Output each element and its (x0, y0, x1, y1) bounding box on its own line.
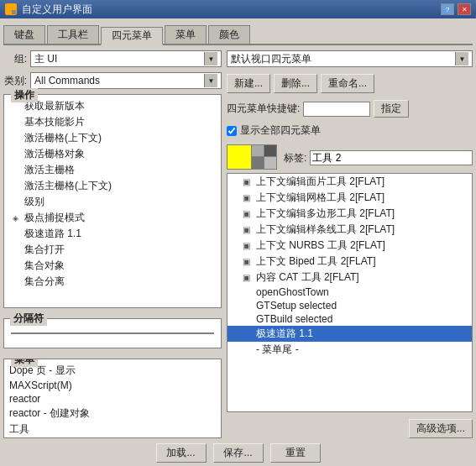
color-swatch-yellow[interactable] (227, 144, 252, 170)
list-item[interactable]: 激活主栅格 (4, 162, 221, 178)
new-button[interactable]: 新建... (227, 74, 270, 93)
app-icon (5, 3, 17, 15)
help-button[interactable]: ? (441, 3, 454, 15)
color-swatch-3[interactable] (252, 157, 264, 170)
color-row-1 (252, 144, 277, 157)
tab-quadmenu[interactable]: 四元菜单 (101, 27, 163, 45)
tag-row: 标签: (284, 150, 473, 165)
right-list-item[interactable]: ▣内容 CAT 工具 2[FLAT] (228, 270, 472, 285)
group-dropdown[interactable]: 主 UI ▼ (30, 50, 222, 67)
operations-list: 获取最新版本 基本技能影片 激活栅格(上下文) 激活栅格对象 激活主栅格 激活主… (4, 95, 221, 307)
show-all-label: 显示全部四元菜单 (240, 123, 321, 138)
list-item[interactable]: 集合分离 (4, 274, 221, 290)
svg-rect-0 (6, 4, 10, 8)
tag-label: 标签: (284, 151, 306, 165)
save-button[interactable]: 保存... (213, 443, 264, 463)
category-label: 类别: (3, 74, 27, 88)
tab-keyboard[interactable]: 键盘 (3, 25, 45, 44)
title-bar-left: 自定义用户界面 (5, 3, 92, 17)
main-content: 组: 主 UI ▼ 类别: All Commands ▼ 操作 (3, 50, 473, 438)
close-button[interactable]: ✕ (458, 3, 471, 15)
right-list-item[interactable]: ▣上下文 Biped 工具 2[FLAT] (228, 254, 472, 270)
item-prefix-icon: ▣ (243, 273, 254, 282)
group-dropdown-arrow: ▼ (204, 52, 217, 65)
load-button[interactable]: 加载... (156, 443, 207, 463)
reset-button[interactable]: 重置 (270, 443, 321, 463)
list-item[interactable]: ◈极点捕捉模式 (4, 210, 221, 226)
quadmenu-list: ▣上下文编辑面片工具 2[FLAT] ▣上下文编辑网格工具 2[FLAT] ▣上… (227, 173, 473, 412)
color-col-right (252, 144, 277, 170)
advanced-button[interactable]: 高级选项... (409, 419, 473, 438)
right-list-item[interactable]: ▣上下文 NURBS 工具 2[FLAT] (228, 238, 472, 254)
color-swatch-4[interactable] (264, 157, 277, 170)
hotkey-input[interactable] (303, 102, 370, 117)
rename-button[interactable]: 重命名... (321, 74, 374, 93)
right-list-item[interactable]: GTSetup selected (228, 299, 472, 312)
tab-bar: 键盘 工具栏 四元菜单 菜单 颜色 (3, 22, 473, 45)
footer-buttons: 加载... 保存... 重置 (3, 443, 473, 463)
right-list-item[interactable]: ▣上下文编辑网格工具 2[FLAT] (228, 190, 472, 206)
delete-button[interactable]: 删除... (274, 74, 317, 93)
item-prefix-icon: ▣ (243, 225, 254, 234)
item-icon (9, 133, 21, 144)
tab-menu[interactable]: 菜单 (165, 25, 207, 44)
right-list-item[interactable]: ▣上下文编辑样条线工具 2[FLAT] (228, 222, 472, 238)
item-icon (9, 181, 21, 192)
item-icon (9, 244, 21, 256)
svg-rect-2 (6, 10, 10, 14)
hotkey-row: 四元菜单快捷键: 指定 (227, 100, 473, 118)
window-body: 键盘 工具栏 四元菜单 菜单 颜色 组: 主 UI ▼ 类别: All Comm… (0, 18, 476, 466)
item-prefix-icon: ▣ (243, 177, 254, 186)
quadmenu-dropdown-arrow: ▼ (455, 52, 468, 65)
list-item[interactable]: 极速道路 1.1 (4, 226, 221, 242)
list-item[interactable]: 激活栅格(上下文) (4, 130, 221, 146)
right-list-item-selected[interactable]: 极速道路 1.1 (228, 326, 472, 342)
menu-list-item[interactable]: MAXScript(M) (4, 379, 221, 392)
operations-title: 操作 (11, 88, 38, 102)
hotkey-label: 四元菜单快捷键: (227, 102, 300, 116)
item-icon (9, 196, 21, 208)
group-dropdown-value: 主 UI (34, 52, 204, 66)
right-list-item[interactable]: - 菜单尾 - (228, 342, 472, 358)
list-item[interactable]: 集合对象 (4, 258, 221, 274)
menu-list-item[interactable]: reactor (4, 392, 221, 406)
list-item[interactable]: 集合打开 (4, 242, 221, 258)
menu-title: 菜单 (11, 359, 38, 367)
action-buttons: 新建... 删除... 重命名... (227, 74, 473, 93)
right-panel: 默认视口四元菜单 ▼ 新建... 删除... 重命名... 四元菜单快捷键: 指… (227, 50, 473, 438)
window-title: 自定义用户界面 (22, 3, 92, 17)
right-list-item[interactable]: ▣上下文编辑面片工具 2[FLAT] (228, 174, 472, 190)
color-row-2 (252, 157, 277, 170)
color-swatches (227, 144, 277, 170)
list-item[interactable]: 激活栅格对象 (4, 146, 221, 162)
quadmenu-dropdown[interactable]: 默认视口四元菜单 ▼ (227, 50, 473, 67)
advanced-btn-row: 高级选项... (227, 419, 473, 438)
item-icon (9, 117, 21, 128)
tag-input[interactable] (310, 150, 473, 165)
color-row-top (227, 144, 277, 170)
tab-toolbar[interactable]: 工具栏 (47, 25, 99, 44)
separator-line (11, 332, 214, 334)
title-buttons: ? ✕ (441, 3, 471, 15)
quadmenu-dropdown-value: 默认视口四元菜单 (231, 52, 455, 66)
right-list-item[interactable]: GTBuild selected (228, 312, 472, 326)
list-item[interactable]: 基本技能影片 (4, 114, 221, 130)
menu-list-item[interactable]: 工具 (4, 421, 221, 437)
list-item[interactable]: 激活主栅格(上下文) (4, 178, 221, 194)
category-row: 类别: All Commands ▼ (3, 72, 222, 89)
list-item[interactable]: 级别 (4, 194, 221, 210)
show-all-checkbox[interactable] (227, 126, 237, 136)
category-dropdown-value: All Commands (34, 75, 204, 86)
menu-list-item[interactable]: reactor - 创建对象 (4, 406, 221, 421)
item-prefix-icon: ▣ (243, 257, 254, 266)
assign-button[interactable]: 指定 (374, 100, 409, 118)
right-list-item[interactable]: openGhostTown (228, 285, 472, 299)
item-prefix-icon: ▣ (243, 209, 254, 218)
right-list-item[interactable]: ▣上下文编辑多边形工具 2[FLAT] (228, 206, 472, 222)
color-swatch-2[interactable] (264, 144, 277, 157)
color-swatch-1[interactable] (252, 144, 264, 157)
category-dropdown[interactable]: All Commands ▼ (30, 72, 222, 89)
item-icon (9, 228, 21, 240)
item-prefix-icon: ▣ (243, 241, 254, 250)
tab-color[interactable]: 颜色 (208, 25, 250, 44)
